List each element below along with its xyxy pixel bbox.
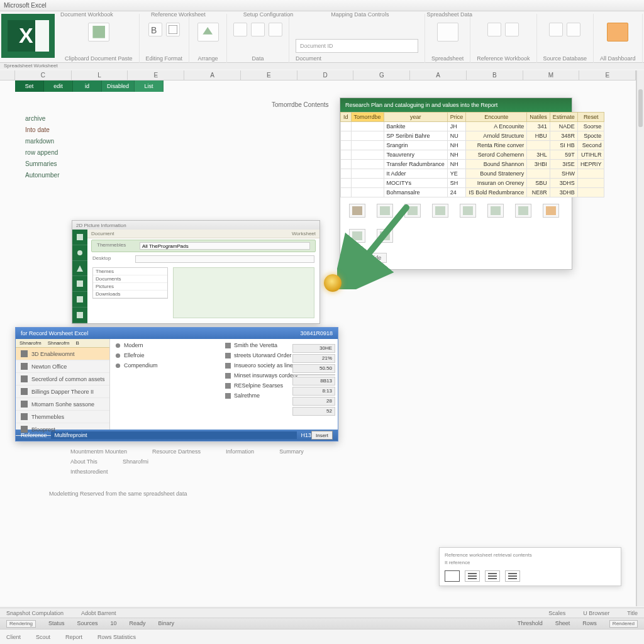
- table-cell[interactable]: 348R: [550, 131, 577, 141]
- table-cell[interactable]: SH: [447, 179, 466, 188]
- table-header[interactable]: year: [384, 113, 447, 122]
- table-cell[interactable]: [341, 169, 352, 179]
- side-icon[interactable]: [72, 276, 87, 292]
- view-option[interactable]: [485, 570, 500, 582]
- list-item[interactable]: Modern: [114, 340, 224, 350]
- nav-item[interactable]: Mtomarn Sonhe sassone: [16, 398, 109, 411]
- column-header[interactable]: A: [410, 70, 467, 80]
- tab[interactable]: Shnarofm: [48, 339, 70, 347]
- column-header[interactable]: C: [15, 70, 72, 80]
- side-icon[interactable]: [72, 261, 87, 277]
- column-header[interactable]: A: [184, 70, 241, 80]
- table-cell[interactable]: 59T: [550, 150, 577, 160]
- building-icon[interactable]: [567, 23, 580, 36]
- status-button[interactable]: Rendered: [609, 620, 638, 628]
- table-cell[interactable]: [351, 141, 384, 150]
- table-cell[interactable]: Transfer Radumbrance: [384, 160, 447, 169]
- tool-icon[interactable]: [377, 204, 393, 218]
- table-row[interactable]: SrangrinNHRenta Rine converSI HBSecond: [341, 141, 604, 150]
- table-cell[interactable]: 3HBI: [527, 160, 550, 169]
- status-button[interactable]: Rendering: [6, 620, 36, 628]
- table-row[interactable]: TeauvrenryNHSerord Cohemenn3HL59TUTIHLR: [341, 150, 604, 160]
- ribbon-search-input[interactable]: Document ID: [296, 39, 418, 53]
- tool-icon[interactable]: [349, 204, 365, 218]
- tool-icon[interactable]: [515, 204, 531, 218]
- table-cell[interactable]: NH: [447, 150, 466, 160]
- table-cell[interactable]: A Encounite: [466, 122, 527, 131]
- table-cell[interactable]: SHW: [550, 169, 577, 179]
- nav-item[interactable]: Newton Office: [16, 360, 109, 373]
- table-cell[interactable]: 3DHB: [550, 188, 577, 197]
- table-header[interactable]: Natiles: [527, 113, 550, 122]
- dashboard-icon[interactable]: [607, 23, 628, 42]
- tool-icon[interactable]: [404, 204, 421, 218]
- mini-excel-window[interactable]: 2D Picture Information Document Workshee…: [72, 220, 320, 324]
- table-cell[interactable]: 3DHS: [550, 179, 577, 188]
- arrow-up-icon[interactable]: [197, 23, 219, 42]
- table-cell[interactable]: 341: [527, 122, 550, 131]
- nav-item[interactable]: Themmebles: [16, 411, 109, 423]
- table-cell[interactable]: SBU: [527, 179, 550, 188]
- book-icon[interactable]: [505, 23, 519, 36]
- ribbon-tab[interactable]: Setup Configuration: [243, 11, 294, 19]
- column-header[interactable]: D: [297, 70, 354, 80]
- tab[interactable]: B: [75, 339, 79, 347]
- list-item[interactable]: Summaries: [25, 158, 119, 170]
- table-cell[interactable]: [351, 169, 384, 179]
- list-item[interactable]: Documents: [93, 275, 167, 283]
- table-cell[interactable]: Bound Shannon: [466, 160, 527, 169]
- filter-icon[interactable]: [251, 23, 265, 36]
- view-option[interactable]: [465, 570, 480, 582]
- tool-icon[interactable]: [432, 204, 448, 218]
- sheet-tab[interactable]: id: [73, 80, 102, 92]
- column-header[interactable]: E: [241, 70, 297, 80]
- sheet-icon[interactable]: [437, 23, 458, 42]
- column-header[interactable]: G: [353, 70, 410, 80]
- table-cell[interactable]: [351, 160, 384, 169]
- table-cell[interactable]: MOCITYs: [384, 179, 447, 188]
- table-cell[interactable]: [341, 141, 352, 150]
- table-cell[interactable]: NH: [447, 160, 466, 169]
- list-item[interactable]: Downloads: [93, 291, 167, 298]
- column-header[interactable]: E: [128, 70, 184, 80]
- list-item[interactable]: Compendium: [114, 360, 224, 370]
- view-option[interactable]: [445, 570, 460, 582]
- list-item[interactable]: Autonumber: [25, 170, 119, 181]
- data-panel-chip[interactable]: 2PL Inside: [349, 253, 387, 263]
- table-header[interactable]: Estimate: [550, 113, 577, 122]
- table-cell[interactable]: JH: [447, 122, 466, 131]
- table-cell[interactable]: [341, 131, 352, 141]
- select-all-corner[interactable]: [0, 70, 15, 80]
- table-cell[interactable]: Srangrin: [384, 141, 447, 150]
- table-cell[interactable]: [341, 179, 352, 188]
- paste-icon[interactable]: [88, 23, 109, 42]
- table-icon[interactable]: [269, 23, 282, 36]
- table-header[interactable]: Id: [341, 113, 352, 122]
- table-cell[interactable]: Insuran on Oreney: [466, 179, 527, 188]
- table-cell[interactable]: [577, 179, 604, 188]
- table-row[interactable]: SP Seribni BahreNUArnold StructureHBU348…: [341, 131, 604, 141]
- table-cell[interactable]: [351, 131, 384, 141]
- table-cell[interactable]: [341, 150, 352, 160]
- table-cell[interactable]: IS Bold Redumbrance: [466, 188, 527, 197]
- table-row[interactable]: It AdderYEBound StratenerySHW: [341, 169, 604, 179]
- blue-dialog[interactable]: for Record Worsheet Excel 30841R0918 Shn…: [15, 327, 338, 441]
- list-item[interactable]: row append: [25, 147, 119, 158]
- sheet-tab[interactable]: Disabled: [102, 80, 135, 92]
- list-item[interactable]: Inthestoredient: [70, 467, 108, 477]
- tab[interactable]: Shnarofm: [19, 339, 42, 347]
- vertical-scrollbar[interactable]: [636, 70, 644, 606]
- list-item[interactable]: Resource Dartness: [152, 447, 201, 457]
- table-header[interactable]: Reset: [577, 113, 604, 122]
- table-cell[interactable]: Bankite: [384, 122, 447, 131]
- side-icon[interactable]: [72, 245, 87, 261]
- list-item[interactable]: About This: [70, 457, 97, 467]
- table-cell[interactable]: [577, 188, 604, 197]
- table-cell[interactable]: Teauvrenry: [384, 150, 447, 160]
- table-cell[interactable]: 3ISE: [550, 160, 577, 169]
- table-cell[interactable]: YE: [447, 169, 466, 179]
- list-item[interactable]: Summary: [279, 447, 304, 457]
- book-icon[interactable]: [487, 23, 501, 36]
- column-header[interactable]: E: [579, 70, 636, 80]
- table-cell[interactable]: [577, 169, 604, 179]
